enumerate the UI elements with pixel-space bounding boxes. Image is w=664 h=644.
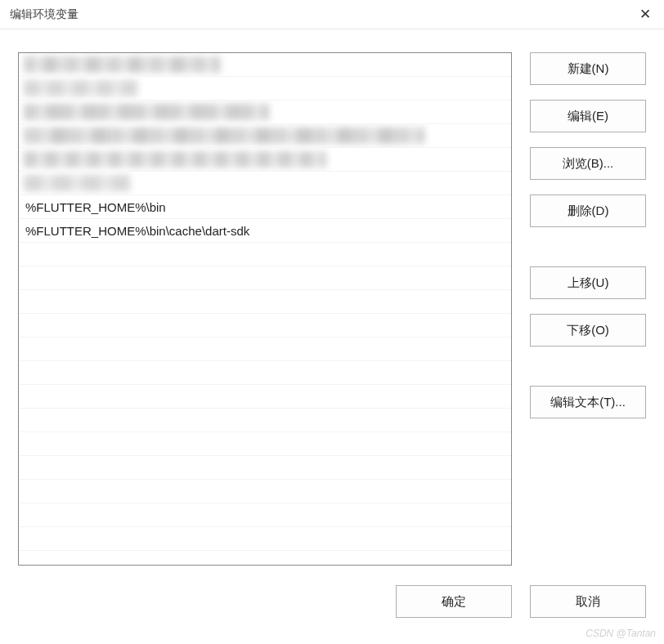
list-item[interactable] [19,124,511,148]
list-item[interactable]: %FLUTTER_HOME%\bin [19,195,511,219]
edit-text-button[interactable]: 编辑文本(T)... [530,386,646,418]
list-item[interactable] [19,432,511,456]
list-item[interactable] [19,266,511,290]
list-item[interactable] [19,53,511,77]
cancel-button[interactable]: 取消 [530,585,646,618]
new-button[interactable]: 新建(N) [530,52,646,85]
window-title: 编辑环境变量 [10,7,79,22]
list-item[interactable] [19,361,511,385]
edit-button[interactable]: 编辑(E) [530,100,646,132]
list-item[interactable] [19,480,511,503]
list-item[interactable] [19,503,511,527]
ok-button[interactable]: 确定 [396,585,512,618]
list-item[interactable] [19,290,511,314]
watermark: CSDN @Tantan [585,628,656,639]
list-item[interactable] [19,314,511,338]
path-listbox[interactable]: %FLUTTER_HOME%\bin%FLUTTER_HOME%\bin\cac… [18,52,512,566]
dialog-footer: 确定 取消 [0,575,664,618]
list-item[interactable]: %FLUTTER_HOME%\bin\cache\dart-sdk [19,219,511,243]
list-item[interactable] [19,77,511,101]
dialog-content: %FLUTTER_HOME%\bin%FLUTTER_HOME%\bin\cac… [0,29,664,575]
list-item[interactable] [19,456,511,480]
titlebar: 编辑环境变量 ✕ [0,0,664,29]
side-button-panel: 新建(N) 编辑(E) 浏览(B)... 删除(D) 上移(U) 下移(O) 编… [530,52,646,566]
list-item[interactable] [19,172,511,195]
list-item[interactable] [19,243,511,266]
list-item[interactable] [19,148,511,172]
list-item[interactable] [19,385,511,409]
list-item[interactable] [19,527,511,551]
list-item[interactable] [19,101,511,124]
move-up-button[interactable]: 上移(U) [530,266,646,299]
list-item[interactable] [19,338,511,361]
browse-button[interactable]: 浏览(B)... [530,147,646,180]
delete-button[interactable]: 删除(D) [530,195,646,227]
close-icon[interactable]: ✕ [626,0,664,29]
move-down-button[interactable]: 下移(O) [530,314,646,347]
list-item[interactable] [19,409,511,432]
